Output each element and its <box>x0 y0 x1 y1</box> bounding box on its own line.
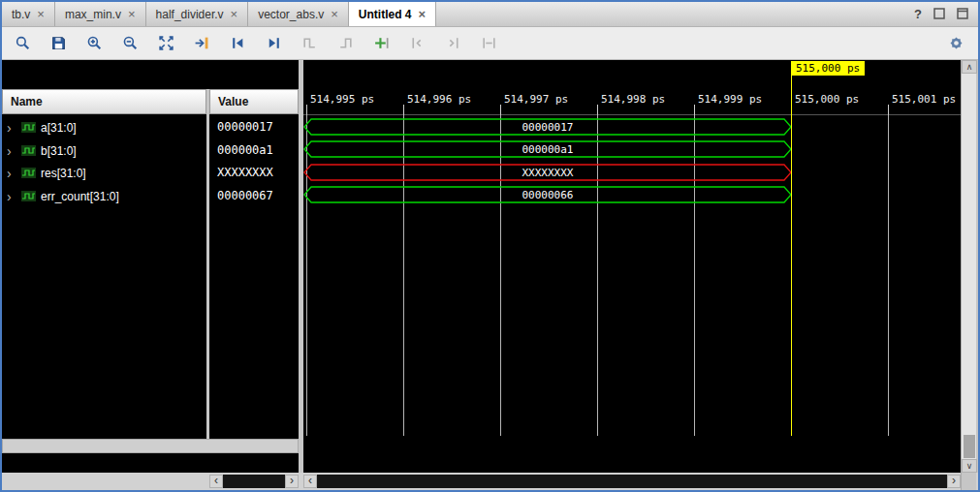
name-value-splitter[interactable] <box>206 89 209 439</box>
zoom-out-button[interactable] <box>119 33 141 54</box>
save-icon <box>50 35 67 51</box>
waveform-panel[interactable]: 515,000 ps 514,995 ps 514,996 ps 514,997… <box>303 60 961 473</box>
names-panel-scroll-track[interactable] <box>2 439 299 453</box>
vertical-scroll-thumb[interactable] <box>964 435 975 458</box>
settings-button[interactable] <box>945 33 966 54</box>
add-marker-icon <box>373 35 390 51</box>
expand-chevron-icon[interactable]: › <box>7 144 16 158</box>
window-controls: ? <box>914 2 978 26</box>
tab-label: tb.v <box>12 8 30 21</box>
tab-vector-abs-v[interactable]: vector_abs.v × <box>248 2 349 26</box>
zoom-fit-icon <box>158 35 174 51</box>
tab-untitled-4[interactable]: Untitled 4 × <box>349 2 436 26</box>
tab-label: Untitled 4 <box>359 8 412 21</box>
zoom-out-icon <box>122 35 139 51</box>
next-marker-button[interactable] <box>442 33 463 54</box>
bus-value-res: XXXXXXXX <box>522 167 574 179</box>
go-to-time-button[interactable] <box>191 33 212 54</box>
time-tick-label: 514,996 ps <box>407 93 471 106</box>
waveform-scroll-track[interactable] <box>317 475 947 488</box>
scroll-left-button[interactable]: ‹ <box>209 475 223 488</box>
gear-icon <box>948 35 964 51</box>
ruler-tick-marks <box>307 105 889 114</box>
next-marker-icon <box>445 35 461 51</box>
expand-chevron-icon[interactable]: › <box>7 190 16 203</box>
time-tick-label: 514,999 ps <box>698 93 762 106</box>
signal-row-a[interactable]: › a[31:0] <box>2 116 206 138</box>
time-tick-label: 515,000 ps <box>795 93 859 106</box>
tab-bar: tb.v × max_min.v × half_divider.v × vect… <box>2 2 978 27</box>
search-icon <box>15 35 31 51</box>
close-icon[interactable]: × <box>419 8 427 20</box>
bus-signal-icon <box>21 122 36 133</box>
close-icon[interactable]: × <box>37 8 45 20</box>
signal-name: a[31:0] <box>41 121 77 135</box>
tab-label: half_divider.v <box>156 8 224 21</box>
expand-chevron-icon[interactable]: › <box>7 167 16 180</box>
zoom-in-icon <box>86 35 103 51</box>
previous-marker-button[interactable] <box>406 33 427 54</box>
scroll-left-button[interactable]: ‹ <box>303 475 317 488</box>
next-edge-button[interactable] <box>334 33 356 54</box>
bus-signal-icon <box>21 191 36 201</box>
swap-cursors-icon <box>481 35 497 51</box>
scroll-up-button[interactable]: ∧ <box>962 60 977 74</box>
bus-value-a: 00000017 <box>522 121 574 134</box>
signal-table-header: Name Value <box>2 89 299 114</box>
tab-max-min-v[interactable]: max_min.v × <box>55 2 146 26</box>
close-icon[interactable]: × <box>331 8 338 20</box>
signal-row-err-count[interactable]: › err_count[31:0] <box>2 185 206 207</box>
scrollbar-corner <box>961 473 976 490</box>
zoom-fit-button[interactable] <box>155 33 176 54</box>
value-column-header: Value <box>209 89 299 114</box>
previous-transition-icon <box>230 35 246 51</box>
vertical-scrollbar[interactable]: ∧ ∨ <box>961 60 976 473</box>
close-icon[interactable]: × <box>128 8 136 20</box>
next-transition-icon <box>266 35 282 51</box>
tab-label: max_min.v <box>65 8 121 21</box>
time-tick-label: 514,998 ps <box>601 93 665 106</box>
go-to-cursor-icon <box>194 35 210 51</box>
time-tick-label: 514,997 ps <box>504 93 568 106</box>
tab-half-divider-v[interactable]: half_divider.v × <box>146 2 249 26</box>
time-tick-label: 515,001 ps <box>892 93 956 106</box>
close-icon[interactable]: × <box>231 8 238 20</box>
signal-name: res[31:0] <box>41 167 86 180</box>
previous-transition-button[interactable] <box>227 33 248 54</box>
waveform-horizontal-scrollbar[interactable]: ‹ › <box>303 475 961 488</box>
signal-name: b[31:0] <box>41 144 77 158</box>
next-edge-icon <box>337 35 354 51</box>
float-window-icon[interactable] <box>933 6 945 23</box>
next-transition-button[interactable] <box>263 33 284 54</box>
scroll-down-button[interactable]: ∨ <box>962 459 977 473</box>
help-icon[interactable]: ? <box>914 7 922 21</box>
save-wave-config-button[interactable] <box>47 33 69 54</box>
waveform-canvas[interactable]: 514,995 ps 514,996 ps 514,997 ps 514,998… <box>303 60 961 473</box>
tab-label: vector_abs.v <box>258 8 324 21</box>
previous-edge-button[interactable] <box>299 33 320 54</box>
values-scroll-track[interactable] <box>223 475 285 488</box>
signal-value-err-count: 00000067 <box>209 185 299 207</box>
signal-row-res[interactable]: › res[31:0] <box>2 162 206 184</box>
zoom-in-button[interactable] <box>83 33 105 54</box>
signal-value-a: 00000017 <box>209 116 299 138</box>
wave-window-body: Name Value › a[31:0] › b[31:0] › res[31:… <box>2 60 978 473</box>
signal-value-res: XXXXXXXX <box>209 162 299 184</box>
find-button[interactable] <box>12 33 33 54</box>
waveform-viewer-window: tb.v × max_min.v × half_divider.v × vect… <box>0 0 980 492</box>
time-tick-label: 514,995 ps <box>310 93 374 106</box>
tab-tb-v[interactable]: tb.v × <box>2 2 55 26</box>
scroll-right-button[interactable]: › <box>947 475 961 488</box>
signal-row-b[interactable]: › b[31:0] <box>2 139 206 162</box>
expand-chevron-icon[interactable]: › <box>7 121 16 135</box>
scroll-right-button[interactable]: › <box>285 475 299 488</box>
bus-signal-icon <box>21 168 36 178</box>
toolbar <box>2 27 978 60</box>
maximize-window-icon[interactable] <box>957 6 968 23</box>
signal-name: err_count[31:0] <box>41 190 119 203</box>
name-column-header: Name <box>2 89 206 114</box>
add-marker-button[interactable] <box>370 33 392 54</box>
swap-cursors-button[interactable] <box>478 33 499 54</box>
values-horizontal-scrollbar[interactable]: ‹ › <box>209 475 299 488</box>
cursor-time-label[interactable]: 515,000 ps <box>791 61 865 76</box>
